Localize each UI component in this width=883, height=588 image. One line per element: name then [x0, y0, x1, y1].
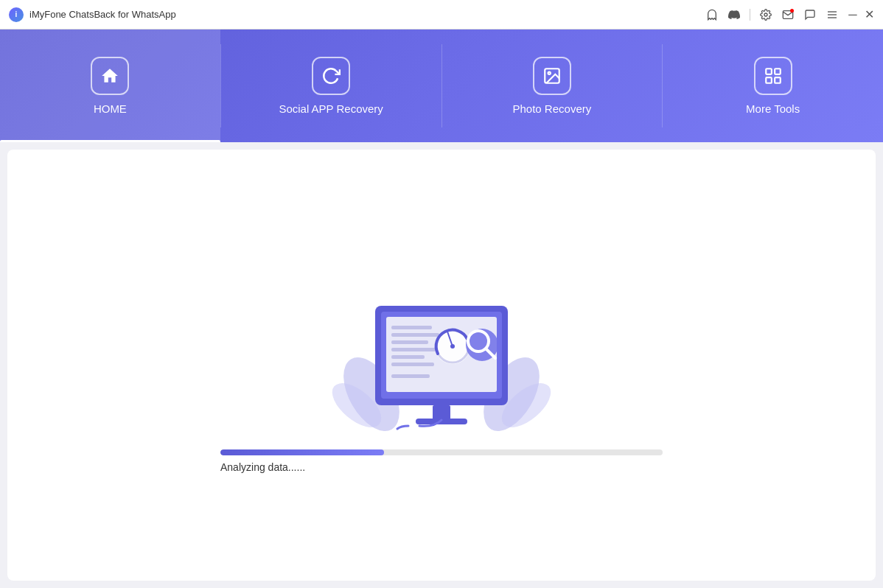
title-bar: i iMyFone ChatsBack for WhatsApp ─ ✕	[0, 0, 883, 29]
main-content: Analyzing data......	[7, 150, 876, 581]
minimize-button[interactable]: ─	[848, 10, 858, 20]
app-title: iMyFone ChatsBack for WhatsApp	[29, 9, 176, 20]
illustration	[301, 258, 582, 435]
svg-rect-19	[391, 340, 428, 344]
progress-bar-container	[220, 449, 663, 455]
svg-rect-7	[775, 69, 781, 74]
svg-rect-6	[766, 69, 772, 74]
nav-home[interactable]: HOME	[0, 29, 220, 142]
svg-point-27	[450, 344, 455, 349]
svg-rect-31	[433, 405, 450, 420]
social-app-icon-box	[312, 57, 350, 95]
progress-label: Analyzing data......	[220, 461, 305, 473]
more-tools-icon-box	[754, 57, 792, 95]
ghost-icon[interactable]	[705, 8, 719, 21]
nav-social-app-label: Social APP Recovery	[279, 102, 383, 115]
svg-rect-22	[391, 363, 434, 366]
app-logo: i	[9, 7, 24, 22]
nav-home-label: HOME	[94, 102, 127, 115]
discord-icon[interactable]	[727, 8, 741, 21]
menu-icon[interactable]	[826, 8, 839, 21]
mail-icon[interactable]	[781, 8, 795, 21]
svg-rect-18	[391, 333, 439, 337]
svg-rect-9	[775, 77, 781, 83]
title-bar-right: ─ ✕	[705, 8, 874, 21]
svg-rect-20	[391, 348, 436, 351]
svg-rect-23	[391, 374, 430, 378]
nav-social-app-recovery[interactable]: Social APP Recovery	[221, 29, 442, 142]
title-bar-left: i iMyFone ChatsBack for WhatsApp	[9, 7, 176, 22]
photo-recovery-icon-box	[533, 57, 571, 95]
home-icon-box	[91, 57, 129, 95]
chat-icon[interactable]	[803, 8, 817, 21]
svg-point-0	[764, 13, 767, 16]
svg-rect-8	[766, 77, 772, 83]
nav-photo-label: Photo Recovery	[513, 102, 592, 115]
settings-icon[interactable]	[759, 8, 772, 21]
svg-point-5	[548, 72, 550, 74]
mail-notification-dot	[790, 9, 794, 13]
svg-rect-21	[391, 355, 425, 359]
nav-photo-recovery[interactable]: Photo Recovery	[442, 29, 663, 142]
nav-more-tools-label: More Tools	[746, 102, 800, 115]
progress-section: Analyzing data......	[220, 449, 663, 473]
nav-bar: HOME Social APP Recovery Photo Recovery …	[0, 29, 883, 142]
svg-rect-17	[391, 326, 432, 329]
title-bar-divider	[750, 9, 750, 21]
close-button[interactable]: ✕	[864, 10, 874, 20]
progress-bar-fill	[220, 449, 384, 455]
window-controls: ─ ✕	[848, 10, 874, 20]
nav-more-tools[interactable]: More Tools	[663, 29, 883, 142]
